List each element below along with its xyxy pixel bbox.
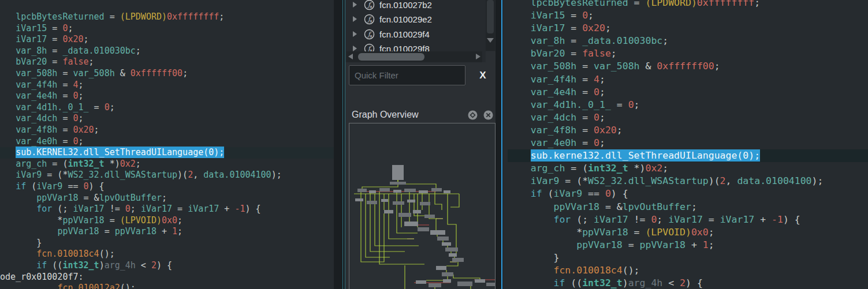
code-line[interactable]: var_4e4h = 0; — [0, 91, 334, 102]
code-line[interactable]: var_4dch = 0; — [0, 113, 334, 125]
expand-arrow-icon[interactable] — [353, 16, 357, 22]
code-line[interactable]: sub.KERNEL32.dll_SetThreadUILanguage(0); — [0, 147, 334, 159]
code-line[interactable]: var_508h = var_508h & 0xffffff00; — [0, 68, 334, 80]
function-icon: ƒx — [364, 0, 375, 10]
function-icon: ƒx — [364, 14, 375, 25]
code-line[interactable]: ppVVar18 = &lpvOutBuffer; — [0, 193, 334, 204]
code-line[interactable]: iVar17 = 0x20; — [508, 22, 868, 35]
code-line[interactable]: if (iVar9 == 0) { — [0, 181, 334, 193]
code-line[interactable]: var_4d1h._0_1_ = 0; — [0, 102, 334, 114]
code-line[interactable]: bVar20 = false; — [508, 47, 868, 60]
function-list-item[interactable]: ƒxfcn.010027b2 — [345, 0, 496, 12]
horizontal-scrollbar[interactable] — [347, 51, 482, 62]
scrollbar-corner — [486, 51, 496, 62]
code-line[interactable]: *ppVVar18 = (LPVOID)0x0; — [508, 226, 868, 239]
focused-pane-border[interactable] — [501, 0, 502, 289]
code-line[interactable]: lpcbBytesReturned = (LPDWORD)0xffffffff; — [0, 12, 334, 23]
code-line[interactable]: var_4f4h = 4; — [508, 73, 868, 86]
code-line[interactable]: *ppVVar18 = (LPVOID)0x0; — [0, 215, 334, 227]
scroll-down-arrow-icon[interactable] — [487, 38, 494, 43]
graph-overview-canvas[interactable] — [349, 123, 496, 289]
code-line[interactable]: var_8h = _data.010030bc; — [508, 35, 868, 47]
code-line[interactable]: var_4f4h = 4; — [0, 80, 334, 91]
code-line[interactable]: fcn.010018c4(); — [0, 249, 334, 260]
code-line[interactable]: var_4f8h = 0x20; — [508, 124, 868, 137]
code-line[interactable]: var_4dch = 0; — [508, 111, 868, 124]
expand-arrow-icon[interactable] — [353, 46, 357, 51]
decompiled-code-right: lpcbBytesReturned = (LPDWORD)0xffffffff;… — [508, 0, 868, 289]
code-line[interactable]: ppVVar18 = ppVVar18 + 1; — [508, 239, 868, 252]
code-line[interactable]: code_r0x010020f7: — [0, 272, 334, 283]
code-line[interactable]: if (iVar9 == 0) { — [508, 187, 868, 200]
code-line[interactable]: fcn.010018c4(); — [508, 264, 868, 277]
decompiled-code-left: lpcbBytesReturned = (LPDWORD)0xffffffff;… — [0, 12, 334, 289]
expand-arrow-icon[interactable] — [353, 31, 357, 37]
code-line[interactable]: var_4e0h = 0; — [508, 137, 868, 149]
scroll-left-arrow-icon[interactable] — [348, 54, 353, 59]
code-line[interactable]: var_4e4h = 0; — [508, 86, 868, 99]
code-line[interactable]: ppVVar18 = ppVVar18 + 1; — [0, 226, 334, 238]
clear-filter-button[interactable]: X — [476, 69, 489, 82]
svg-text:x: x — [370, 4, 372, 8]
code-line[interactable]: iVar15 = 0; — [0, 23, 334, 35]
code-line[interactable]: var_8h = _data.010030bc; — [0, 46, 334, 57]
decompiler-pane-left: lpcbBytesReturned = (LPDWORD)0xffffffff;… — [0, 0, 334, 289]
undock-icon[interactable] — [468, 110, 478, 120]
code-line[interactable]: arg_ch = (int32_t *)0x2; — [508, 162, 868, 175]
code-line[interactable]: iVar9 = (*WS2_32.dll_WSAStartup)(2, data… — [508, 175, 868, 187]
code-line[interactable]: arg_ch = (int32_t *)0x2; — [0, 159, 334, 170]
svg-text:x: x — [370, 33, 372, 37]
function-list-item[interactable]: ƒxfcn.010029f4 — [345, 27, 496, 42]
code-line[interactable]: var_4d1h._0_1_ = 0; — [508, 99, 868, 111]
scroll-right-arrow-icon[interactable] — [476, 54, 480, 59]
code-line[interactable]: if ((int32_t)arg_4h < 2) { — [0, 260, 334, 272]
splitter-line[interactable] — [342, 0, 343, 289]
vertical-scrollbar-thumb[interactable] — [487, 0, 494, 33]
vertical-scrollbar[interactable] — [486, 0, 495, 51]
code-line[interactable]: } — [508, 252, 868, 264]
code-line[interactable]: fcn.010012a2(); — [0, 283, 334, 289]
reverse-engineering-workspace: lpcbBytesReturned = (LPDWORD)0xffffffff;… — [0, 0, 868, 289]
horizontal-scrollbar-thumb[interactable] — [358, 53, 424, 61]
function-list-item[interactable]: ƒxfcn.010029e2 — [345, 12, 496, 27]
code-line[interactable]: sub.kerne132.dll_SetThreadUILanguage(0); — [508, 149, 868, 162]
code-line[interactable]: bVar20 = false; — [0, 57, 334, 68]
code-line[interactable]: } — [0, 238, 334, 249]
code-line[interactable]: iVar17 = 0x20; — [0, 34, 334, 46]
close-icon[interactable] — [483, 110, 493, 120]
code-line[interactable]: for (; iVar17 != 0; iVar17 = iVar17 + -1… — [508, 213, 868, 226]
code-line[interactable]: iVar15 = 0; — [508, 9, 868, 22]
code-line[interactable]: ppVVar18 = &lpvOutBuffer; — [508, 201, 868, 213]
expand-arrow-icon[interactable] — [353, 2, 357, 7]
svg-text:x: x — [370, 18, 372, 22]
code-line[interactable]: iVar9 = (*WS2_32.dll_WSAStartup)(2, data… — [0, 170, 334, 181]
code-line[interactable]: if ((int32_t)arg_4h < 2) { — [508, 277, 868, 289]
code-line[interactable]: lpcbBytesReturned = (LPDWORD)0xffffffff; — [508, 0, 868, 9]
code-line[interactable]: var_508h = var_508h & 0xffffff00; — [508, 60, 868, 73]
graph-overview-header: Graph Overview — [345, 108, 496, 122]
graph-overview-title: Graph Overview — [352, 110, 419, 120]
code-line[interactable]: var_4f8h = 0x20; — [0, 125, 334, 136]
code-line[interactable]: var_4e0h = 0; — [0, 136, 334, 148]
quick-filter-input[interactable] — [349, 65, 465, 85]
function-icon: ƒx — [364, 29, 375, 40]
side-panel: ƒxfcn.010027b2ƒxfcn.010029e2ƒxfcn.010029… — [345, 0, 496, 289]
code-line[interactable]: for (; iVar17 != 0; iVar17 = iVar17 + -1… — [0, 204, 334, 215]
decompiler-pane-right: lpcbBytesReturned = (LPDWORD)0xffffffff;… — [503, 0, 868, 289]
